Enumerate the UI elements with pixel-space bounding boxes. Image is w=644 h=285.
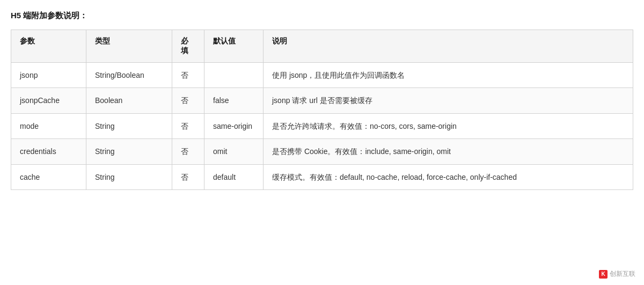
cell-type: Boolean xyxy=(86,88,172,113)
watermark: K 创新互联 xyxy=(599,269,635,279)
cell-required: 否 xyxy=(172,88,204,113)
cell-description: jsonp 请求 url 是否需要被缓存 xyxy=(264,88,633,113)
cell-description: 使用 jsonp，且使用此值作为回调函数名 xyxy=(264,63,633,88)
cell-required: 否 xyxy=(172,139,204,164)
cell-description: 缓存模式。有效值：default, no-cache, reload, forc… xyxy=(264,164,633,189)
cell-default xyxy=(204,63,264,88)
cell-default: default xyxy=(204,164,264,189)
col-header-param: 参数 xyxy=(11,30,86,63)
table-row: modeString否same-origin是否允许跨域请求。有效值：no-co… xyxy=(11,113,633,138)
cell-description: 是否携带 Cookie。有效值：include, same-origin, om… xyxy=(264,139,633,164)
cell-default: false xyxy=(204,88,264,113)
col-header-description: 说明 xyxy=(264,30,633,63)
cell-param: credentials xyxy=(11,139,86,164)
cell-type: String xyxy=(86,164,172,189)
watermark-icon: K xyxy=(599,270,608,279)
cell-default: omit xyxy=(204,139,264,164)
cell-default: same-origin xyxy=(204,113,264,138)
cell-description: 是否允许跨域请求。有效值：no-cors, cors, same-origin xyxy=(264,113,633,138)
cell-type: String/Boolean xyxy=(86,63,172,88)
table-row: credentialsString否omit是否携带 Cookie。有效值：in… xyxy=(11,139,633,164)
cell-param: mode xyxy=(11,113,86,138)
page-title: H5 端附加参数说明： xyxy=(11,11,633,21)
table-row: jsonpCacheBoolean否falsejsonp 请求 url 是否需要… xyxy=(11,88,633,113)
cell-param: cache xyxy=(11,164,86,189)
col-header-type: 类型 xyxy=(86,30,172,63)
cell-type: String xyxy=(86,113,172,138)
cell-required: 否 xyxy=(172,63,204,88)
cell-param: jsonpCache xyxy=(11,88,86,113)
watermark-text: 创新互联 xyxy=(610,269,635,279)
cell-required: 否 xyxy=(172,164,204,189)
col-header-default: 默认值 xyxy=(204,30,264,63)
cell-param: jsonp xyxy=(11,63,86,88)
table-row: cacheString否default缓存模式。有效值：default, no-… xyxy=(11,164,633,189)
cell-type: String xyxy=(86,139,172,164)
cell-required: 否 xyxy=(172,113,204,138)
table-row: jsonpString/Boolean否使用 jsonp，且使用此值作为回调函数… xyxy=(11,63,633,88)
params-table: 参数 类型 必填 默认值 说明 jsonpString/Boolean否使用 j… xyxy=(11,30,633,190)
col-header-required: 必填 xyxy=(172,30,204,63)
table-header-row: 参数 类型 必填 默认值 说明 xyxy=(11,30,633,63)
